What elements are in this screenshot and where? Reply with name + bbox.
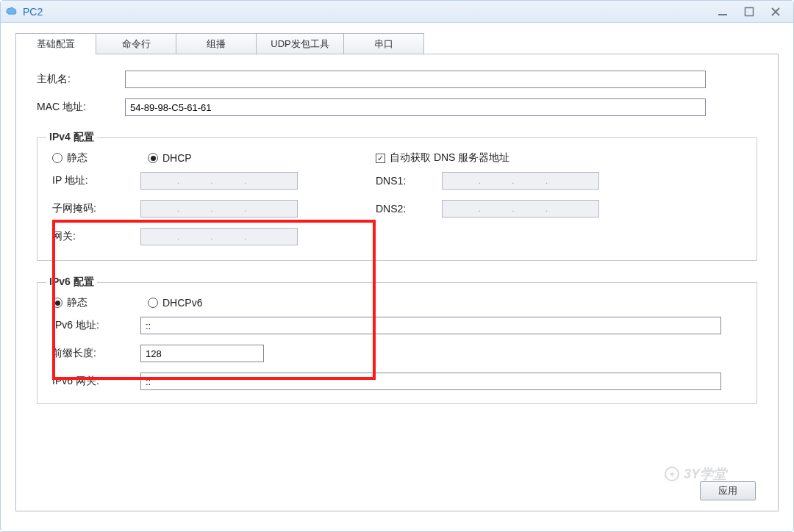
watermark: ✦ 3Y学堂 bbox=[665, 465, 726, 483]
dns2-input[interactable]: . . . bbox=[442, 200, 599, 218]
apply-button[interactable]: 应用 bbox=[700, 481, 756, 500]
titlebar: PC2 bbox=[1, 1, 793, 23]
tab-udp[interactable]: UDP发包工具 bbox=[256, 33, 344, 54]
watermark-text: 3Y学堂 bbox=[684, 465, 726, 483]
maximize-button[interactable] bbox=[736, 1, 762, 22]
subnet-mask-input[interactable]: . . . bbox=[140, 200, 298, 218]
dns2-label: DNS2: bbox=[376, 203, 442, 215]
subnet-mask-label: 子网掩码: bbox=[52, 202, 140, 215]
dns1-input[interactable]: . . . bbox=[442, 172, 599, 190]
hostname-label: 主机名: bbox=[37, 73, 125, 86]
ipv6-prefix-input[interactable] bbox=[140, 345, 264, 362]
ipv6-dhcp-radio[interactable] bbox=[148, 298, 158, 308]
tab-panel-basic: 主机名: MAC 地址: IPv4 配置 静态 DHCP bbox=[15, 54, 779, 511]
ipv6-legend: IPv6 配置 bbox=[46, 276, 97, 289]
mac-input[interactable] bbox=[125, 98, 706, 116]
tab-serial[interactable]: 串口 bbox=[343, 33, 424, 54]
auto-dns-checkbox[interactable] bbox=[376, 154, 385, 163]
svg-rect-1 bbox=[745, 7, 754, 15]
ipv4-dhcp-label: DHCP bbox=[162, 152, 192, 164]
ipv6-static-radio[interactable] bbox=[52, 298, 62, 308]
svg-rect-0 bbox=[718, 14, 727, 15]
hostname-input[interactable] bbox=[125, 71, 706, 88]
wechat-icon: ✦ bbox=[665, 467, 679, 481]
tab-mcast[interactable]: 组播 bbox=[176, 33, 257, 54]
ipv4-fieldset: IPv4 配置 静态 DHCP 自动获取 DNS 服务器地址 bbox=[37, 131, 757, 261]
ipv6-static-label: 静态 bbox=[67, 296, 87, 309]
ipv6-gateway-label: IPv6 网关: bbox=[52, 375, 140, 388]
app-window: PC2 基础配置 命令行 组播 UDP发包工具 串口 主机名: bbox=[0, 0, 794, 532]
ipv6-fieldset: IPv6 配置 静态 DHCPv6 IPv6 地址: 前 bbox=[37, 276, 757, 404]
ipv4-legend: IPv4 配置 bbox=[46, 131, 97, 144]
dns1-label: DNS1: bbox=[376, 175, 442, 187]
tab-cli[interactable]: 命令行 bbox=[96, 33, 176, 54]
ipv4-static-radio[interactable] bbox=[52, 153, 62, 163]
ipv6-address-label: IPv6 地址: bbox=[52, 319, 140, 332]
window-controls bbox=[709, 1, 789, 22]
auto-dns-label: 自动获取 DNS 服务器地址 bbox=[390, 151, 509, 165]
mac-label: MAC 地址: bbox=[37, 101, 125, 114]
ip-address-input[interactable]: . . . bbox=[140, 172, 298, 190]
ipv6-dhcp-label: DHCPv6 bbox=[162, 297, 202, 309]
minimize-button[interactable] bbox=[709, 1, 736, 22]
ipv4-dhcp-radio[interactable] bbox=[148, 153, 158, 163]
gateway-input[interactable]: . . . bbox=[140, 228, 298, 245]
window-title: PC2 bbox=[23, 6, 709, 18]
tab-bar: 基础配置 命令行 组播 UDP发包工具 串口 bbox=[15, 33, 779, 54]
ip-address-label: IP 地址: bbox=[52, 174, 140, 187]
close-button[interactable] bbox=[762, 1, 789, 22]
ipv6-gateway-input[interactable] bbox=[140, 373, 721, 390]
content-area: 基础配置 命令行 组播 UDP发包工具 串口 主机名: MAC 地址: IPv4… bbox=[1, 23, 793, 532]
ipv6-prefix-label: 前缀长度: bbox=[52, 347, 140, 360]
tab-basic[interactable]: 基础配置 bbox=[15, 33, 96, 54]
ipv6-address-input[interactable] bbox=[140, 317, 721, 334]
app-icon bbox=[5, 5, 18, 18]
gateway-label: 网关: bbox=[52, 230, 140, 243]
ipv4-static-label: 静态 bbox=[67, 151, 87, 165]
